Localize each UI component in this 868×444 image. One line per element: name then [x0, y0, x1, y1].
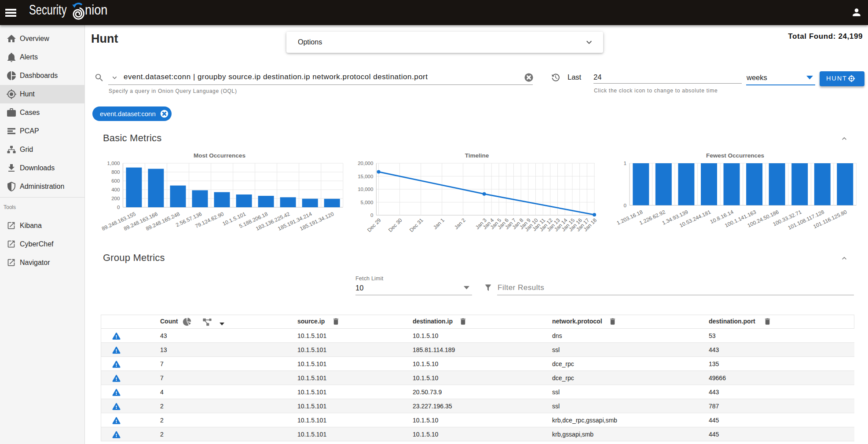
svg-text:0: 0 — [370, 213, 373, 218]
svg-text:Dec 31: Dec 31 — [408, 217, 425, 233]
svg-text:Dec 29: Dec 29 — [366, 217, 382, 233]
svg-text:Jan 1: Jan 1 — [432, 217, 446, 231]
svg-text:Jan 2: Jan 2 — [453, 217, 467, 231]
svg-text:400: 400 — [111, 187, 120, 192]
svg-text:10,000: 10,000 — [358, 187, 373, 192]
svg-text:600: 600 — [111, 178, 120, 183]
svg-text:Timeline: Timeline — [465, 152, 489, 159]
svg-text:Fewest Occurrences: Fewest Occurrences — [706, 152, 764, 159]
svg-text:Dec 30: Dec 30 — [387, 217, 403, 233]
svg-text:1,000: 1,000 — [107, 161, 120, 166]
svg-text:0: 0 — [624, 203, 626, 208]
svg-text:15,000: 15,000 — [358, 174, 373, 179]
svg-text:1: 1 — [624, 161, 626, 166]
svg-text:800: 800 — [111, 169, 120, 175]
svg-text:0: 0 — [117, 205, 120, 210]
svg-text:200: 200 — [111, 196, 120, 201]
svg-text:Most Occurrences: Most Occurrences — [194, 152, 245, 159]
svg-text:5,000: 5,000 — [361, 200, 374, 205]
svg-text:20,000: 20,000 — [358, 161, 373, 166]
